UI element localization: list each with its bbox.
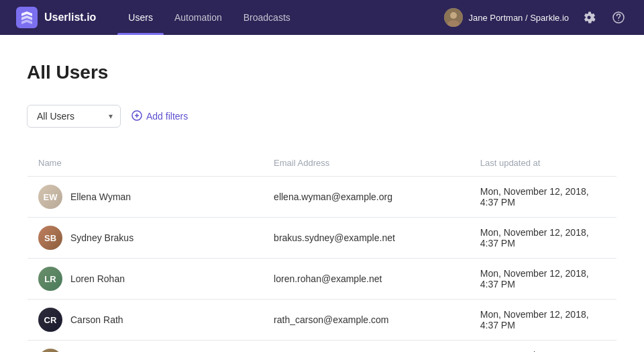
user-cell: EW Ellena Wyman (38, 185, 252, 209)
table-row[interactable]: SB Sydney Brakus brakus.sydney@example.n… (28, 218, 617, 259)
brand-name: Userlist.io (44, 11, 96, 24)
user-cell: SB Sydney Brakus (38, 226, 252, 250)
user-updated-cell: Mon, November 12, 2018, 4:37 PM (470, 300, 617, 341)
user-updated-cell: Mon, November 12, 2018, 4:37 PM (470, 218, 617, 259)
user-display-name: Jane Portman / Sparkle.io (468, 13, 569, 23)
user-filter-select[interactable]: All Users (27, 105, 121, 128)
svg-point-2 (450, 12, 457, 19)
table-body: EW Ellena Wyman ellena.wyman@example.org… (28, 177, 617, 353)
avatar: CR (38, 308, 62, 332)
col-header-email: Email Address (263, 150, 470, 177)
user-updated-cell: Mon, November 12, 2018, 4:37 PM (470, 177, 617, 218)
user-email-cell: ellena.wyman@example.org (263, 177, 470, 218)
svg-point-5 (618, 20, 619, 21)
col-header-updated: Last updated at (470, 150, 617, 177)
user-email-cell: rath_carson@example.com (263, 300, 470, 341)
user-cell: LR Loren Rohan (38, 267, 252, 291)
user-name: Ellena Wyman (70, 191, 131, 202)
user-cell: CR Carson Rath (38, 308, 252, 332)
table-header: Name Email Address Last updated at (28, 150, 617, 177)
user-email-cell: adams_walter@example.org (263, 341, 470, 353)
brand[interactable]: Userlist.io (16, 7, 96, 28)
users-table: Name Email Address Last updated at EW El… (27, 149, 617, 352)
table-row[interactable]: CR Carson Rath rath_carson@example.com M… (28, 300, 617, 341)
nav-link-automation[interactable]: Automation (164, 0, 233, 35)
table-row[interactable]: EW Ellena Wyman ellena.wyman@example.org… (28, 177, 617, 218)
user-name-cell: CR Carson Rath (28, 300, 264, 341)
user-name-cell: LR Loren Rohan (28, 259, 264, 300)
user-email-cell: brakus.sydney@example.net (263, 218, 470, 259)
filter-select-wrapper: All Users ▾ (27, 105, 121, 128)
navbar-right: Jane Portman / Sparkle.io (444, 8, 628, 27)
user-name: Sydney Brakus (70, 232, 133, 243)
user-name-cell: EW Ellena Wyman (28, 177, 264, 218)
nav-link-broadcasts[interactable]: Broadcasts (233, 0, 301, 35)
navbar: Userlist.io Users Automation Broadcasts … (0, 0, 644, 35)
add-filters-button[interactable]: Add filters (131, 110, 188, 123)
nav-link-users[interactable]: Users (117, 0, 164, 35)
user-name-cell: WA Walter Adams (28, 341, 264, 353)
user-updated-cell: Mon, November 12, 2018, 4:37 PM (470, 259, 617, 300)
brand-icon (16, 7, 38, 28)
user-updated-cell: Mon, November 12, 2018, 4:37 PM (470, 341, 617, 353)
main-content: All Users All Users ▾ Add filters Name E… (0, 35, 644, 352)
col-header-name: Name (28, 150, 264, 177)
avatar: WA (38, 349, 62, 352)
user-info[interactable]: Jane Portman / Sparkle.io (444, 8, 569, 27)
user-name: Carson Rath (70, 314, 123, 325)
user-avatar-image (444, 8, 463, 27)
avatar: LR (38, 267, 62, 291)
table-row[interactable]: LR Loren Rohan loren.rohan@example.net M… (28, 259, 617, 300)
settings-icon[interactable] (580, 8, 598, 27)
table-row[interactable]: WA Walter Adams adams_walter@example.org… (28, 341, 617, 353)
nav-links: Users Automation Broadcasts (117, 0, 301, 35)
help-icon[interactable] (609, 8, 628, 27)
avatar: EW (38, 185, 62, 209)
avatar: SB (38, 226, 62, 250)
user-name-cell: SB Sydney Brakus (28, 218, 264, 259)
plus-circle-icon (131, 110, 142, 123)
user-email-cell: loren.rohan@example.net (263, 259, 470, 300)
filter-bar: All Users ▾ Add filters (27, 105, 617, 128)
add-filters-label: Add filters (146, 111, 188, 122)
user-name: Loren Rohan (70, 273, 125, 284)
page-title: All Users (27, 62, 617, 83)
avatar (444, 8, 463, 27)
user-cell: WA Walter Adams (38, 349, 252, 352)
